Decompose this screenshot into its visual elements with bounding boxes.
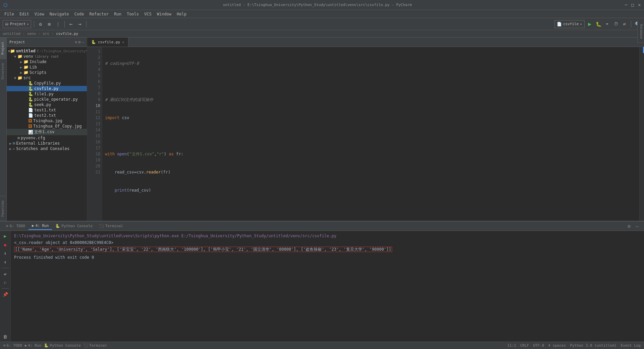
toolbar: 🗂 Project ▾ ⚙ ⊞ ⋮ ← → 📄 csvfile ▾ ▶ 🐛 ☂ …: [0, 18, 644, 30]
tree-item-pickle[interactable]: 🐍 pickle_operator.py: [7, 97, 87, 102]
status-terminal-btn[interactable]: ⬛ Terminal: [84, 343, 107, 348]
project-panel-expand[interactable]: ⊞: [78, 40, 81, 44]
bottom-content: ▶ ◼ ⬇ ⬆ ⇌ ⚐ 📌 🗑 E:\Tsinghua_University\P…: [0, 231, 644, 342]
tree-item-venv[interactable]: ▼ 📁 venv library root: [7, 54, 87, 59]
menu-refactor[interactable]: Refactor: [87, 11, 111, 17]
tree-item-external[interactable]: ▶ ⊞ External Libraries: [7, 141, 87, 146]
tree-item-pyvenv[interactable]: ⚙ pyvenv.cfg: [7, 135, 87, 141]
scroll-down-btn[interactable]: ⬇: [2, 250, 9, 257]
tree-item-scratches[interactable]: ▶ ✏ Scratches and Consoles: [7, 146, 87, 151]
run-sidebar: ▶ ◼ ⬇ ⬆ ⇌ ⚐ 📌 🗑: [0, 231, 11, 342]
run-btn[interactable]: ▶: [586, 20, 593, 28]
stop-btn[interactable]: ◼: [2, 241, 9, 248]
structure-tab[interactable]: Structure: [0, 59, 6, 84]
editor-tab-csvfile[interactable]: 🐍 csvfile.py ✕: [87, 38, 128, 47]
code-line-2: [105, 79, 637, 85]
panel-settings-btn[interactable]: ⚙: [625, 222, 633, 230]
python-version-status[interactable]: Python 3.8 (untitled): [570, 343, 616, 348]
event-log-btn[interactable]: Event Log: [621, 343, 641, 348]
status-run-btn[interactable]: ▶ 4: Run: [25, 343, 41, 348]
tree-label-pickle: pickle_operator.py: [34, 97, 78, 102]
python-status-icon: 🐍: [44, 343, 49, 348]
status-terminal-label: Terminal: [89, 343, 107, 348]
tree-item-scripts[interactable]: ▶ 📁 Scripts: [7, 70, 87, 75]
tab-terminal[interactable]: ⬛ Terminal: [96, 222, 126, 230]
editor-content: 1 2 3 4 5 6 7 8 9 10 11 12 13 14 15 16 1…: [87, 47, 644, 221]
run-config-dropdown[interactable]: 📄 csvfile ▾: [554, 20, 585, 28]
coverage-btn[interactable]: ☂: [603, 20, 611, 28]
tree-item-seek[interactable]: 🐍 seek.py: [7, 102, 87, 107]
project-dropdown[interactable]: 🗂 Project ▾: [3, 20, 31, 28]
project-tree: ▼ 📁 untitled E:\Tsinghua_University\Pyth…: [7, 47, 87, 221]
menu-navigate[interactable]: Navigate: [47, 11, 72, 17]
py-icon-csvfile: 🐍: [28, 86, 33, 91]
py-icon-file1: 🐍: [28, 92, 33, 96]
menu-help[interactable]: Help: [174, 11, 189, 17]
menu-view[interactable]: View: [32, 11, 47, 17]
tab-run-label: 4: Run: [36, 223, 49, 228]
wrap-btn[interactable]: ⇌: [2, 270, 9, 278]
breadcrumb: untitled › venv › src › csvfile.py: [3, 32, 78, 36]
tab-run[interactable]: ▶ 4: Run: [29, 222, 52, 230]
status-python-console-btn[interactable]: 🐍 Python Console: [44, 343, 81, 348]
tab-todo[interactable]: ≡ 6: TODO: [3, 222, 29, 230]
database-tab[interactable]: Database: [638, 38, 644, 43]
tree-item-csvfile[interactable]: 🐍 csvfile.py: [7, 86, 87, 91]
menu-file[interactable]: File: [2, 11, 17, 17]
txt-icon-test1: 📄: [28, 108, 33, 112]
project-tab[interactable]: Project: [0, 38, 6, 59]
status-left: ≡ 6: TODO ▶ 4: Run 🐍 Python Console ⬛ Te…: [3, 343, 107, 348]
tree-item-csv1[interactable]: 📊 文件1.csv: [7, 129, 87, 135]
csv-icon-file1: 📊: [28, 130, 33, 135]
menu-run[interactable]: Run: [111, 11, 124, 17]
txt-icon-test2: 📄: [28, 113, 33, 118]
tree-item-src[interactable]: ▼ 📁 src: [7, 75, 87, 81]
pin-btn[interactable]: 📌: [2, 291, 9, 298]
menu-vcs[interactable]: VCS: [142, 11, 154, 17]
breadcrumb-bar: untitled › venv › src › csvfile.py: [0, 30, 644, 38]
favorites-tab[interactable]: Favorites: [0, 196, 6, 221]
menu-code[interactable]: Code: [72, 11, 87, 17]
panel-close-btn[interactable]: —: [633, 222, 641, 230]
maximize-btn[interactable]: □: [631, 2, 634, 7]
project-panel-more[interactable]: —: [82, 40, 84, 44]
tab-python-console[interactable]: 🐍 Python Console: [52, 222, 96, 230]
code-editor[interactable]: # coding=UTF-8 # 测试CSV文件的读写操作 import csv…: [102, 47, 639, 221]
tree-item-test2[interactable]: 📄 test2.txt: [7, 113, 87, 118]
menu-edit[interactable]: Edit: [17, 11, 32, 17]
clear-btn[interactable]: 🗑: [2, 333, 9, 340]
project-panel-settings[interactable]: ⚙: [75, 40, 77, 44]
scroll-up-btn[interactable]: ⬆: [2, 258, 9, 266]
line-separator-status[interactable]: CRLF: [520, 343, 529, 348]
tree-item-copyfile[interactable]: 🐍 CopyFile.py: [7, 81, 87, 86]
scratches-icon: ✏: [13, 146, 15, 151]
cursor-position[interactable]: 11:1: [507, 343, 516, 348]
concurrency-btn[interactable]: ⇄: [621, 20, 628, 28]
tree-item-test1[interactable]: 📄 test1.txt: [7, 107, 87, 113]
menu-tools[interactable]: Tools: [124, 11, 142, 17]
rerun-btn[interactable]: ▶: [2, 232, 9, 240]
debug-btn[interactable]: 🐛: [595, 20, 602, 28]
settings-btn[interactable]: ⚙: [37, 20, 44, 28]
more-btn[interactable]: ⋮: [54, 20, 62, 28]
menu-window[interactable]: Window: [154, 11, 174, 17]
tree-item-file1[interactable]: 🐍 file1.py: [7, 91, 87, 97]
tree-item-tsinghua-copy-jpg[interactable]: 🖼 Tsinghua_Of_Copy.jpg: [7, 123, 87, 129]
back-btn[interactable]: ←: [67, 20, 75, 28]
folder-icon-src: 📁: [17, 76, 22, 80]
tree-item-untitled[interactable]: ▼ 📁 untitled E:\Tsinghua_University\Pyth…: [7, 48, 87, 54]
filter-btn[interactable]: ⚐: [2, 279, 9, 286]
profile-btn[interactable]: ⏱: [612, 20, 620, 28]
tab-close-csvfile[interactable]: ✕: [122, 40, 124, 44]
indent-status[interactable]: 4 spaces: [548, 343, 566, 348]
tree-item-tsinghua-jpg[interactable]: 🖼 Tsinghua.jpg: [7, 118, 87, 123]
tree-item-include[interactable]: ▶ 📁 Include: [7, 59, 87, 64]
status-todo-btn[interactable]: ≡ 6: TODO: [3, 343, 22, 348]
tree-item-lib[interactable]: ▶ 📁 Lib: [7, 64, 87, 70]
forward-btn[interactable]: →: [76, 20, 84, 28]
close-btn[interactable]: ✕: [638, 2, 641, 7]
encoding-status[interactable]: UTF-8: [533, 343, 544, 348]
tab-todo-label: 6: TODO: [10, 224, 25, 228]
minimize-btn[interactable]: ─: [625, 2, 628, 7]
layout-btn[interactable]: ⊞: [46, 20, 53, 28]
